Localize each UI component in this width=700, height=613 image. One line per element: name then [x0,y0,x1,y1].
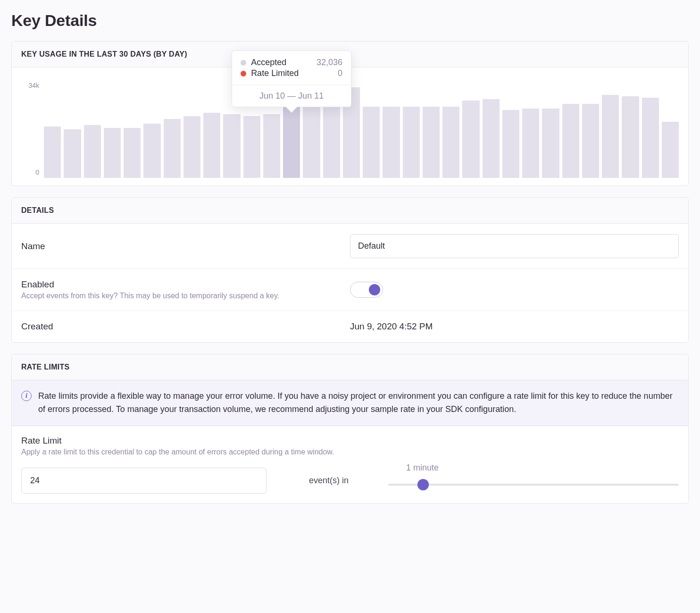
chart-tooltip: Accepted 32,036 Rate Limited 0 Jun 10 — … [232,50,351,107]
rate-limits-info-text: Rate limits provide a flexible way to ma… [38,390,679,416]
rate-limits-header: RATE LIMITS [12,354,688,380]
enabled-toggle[interactable] [350,282,383,298]
tooltip-ratelimited-label: Rate Limited [251,68,333,78]
bar[interactable] [64,129,81,178]
page-title: Key Details [11,11,689,30]
slider-thumb[interactable] [417,479,429,490]
name-label: Name [21,241,350,252]
bar[interactable] [562,104,579,178]
bar[interactable] [203,113,220,178]
bar[interactable] [383,107,400,178]
bar[interactable] [582,104,599,178]
rate-limit-title: Rate Limit [21,436,679,446]
row-enabled: Enabled Accept events from this key? Thi… [12,269,688,311]
row-created: Created Jun 9, 2020 4:52 PM [12,311,688,342]
bar[interactable] [662,122,679,178]
bar[interactable] [423,107,440,178]
bar[interactable] [183,116,200,178]
details-panel-header: DETAILS [12,198,688,224]
tooltip-date-range: Jun 10 — Jun 11 [232,85,351,107]
bar[interactable] [483,99,500,178]
bar[interactable] [462,101,479,178]
bar[interactable] [442,107,459,178]
bar[interactable] [44,126,61,178]
row-name: Name [12,224,688,269]
usage-panel: KEY USAGE IN THE LAST 30 DAYS (BY DAY) 3… [11,41,689,186]
bar[interactable] [124,128,141,178]
usage-chart: 34k 0 Accepted 32,036 Rate Limited 0 Jun… [12,67,688,185]
rate-limit-window-label: 1 minute [406,463,439,473]
toggle-knob-icon [369,284,380,295]
bar[interactable] [642,98,659,178]
bar[interactable] [602,95,619,178]
rate-limits-info: i Rate limits provide a flexible way to … [12,380,688,426]
created-label: Created [21,321,350,332]
rate-limit-unit-label: event(s) in [309,476,349,486]
bar[interactable] [403,107,420,178]
name-input[interactable] [350,234,679,258]
y-axis-min: 0 [17,168,39,176]
tooltip-dot-accepted-icon [241,60,246,66]
tooltip-accepted-label: Accepted [251,58,312,67]
y-axis-max: 34k [17,82,39,89]
bar[interactable] [164,119,181,178]
enabled-help: Accept events from this key? This may be… [21,292,350,300]
slider-track[interactable] [388,484,679,486]
enabled-label: Enabled [21,279,350,290]
details-panel: DETAILS Name Enabled Accept events from … [11,197,689,343]
bar[interactable] [84,125,101,178]
bar[interactable] [243,116,260,178]
bar[interactable] [522,109,539,178]
bar[interactable] [223,114,240,178]
rate-limits-panel: RATE LIMITS i Rate limits provide a flex… [11,354,689,504]
bar[interactable] [363,107,380,178]
bar[interactable] [502,110,519,178]
tooltip-dot-ratelimited-icon [241,71,246,76]
created-value: Jun 9, 2020 4:52 PM [350,321,679,332]
bar[interactable] [143,124,160,178]
bar[interactable] [104,128,121,178]
bar[interactable] [263,114,280,178]
tooltip-accepted-value: 32,036 [317,58,342,67]
tooltip-ratelimited-value: 0 [338,68,342,78]
rate-limit-help: Apply a rate limit to this credential to… [21,448,679,456]
rate-limit-section: Rate Limit Apply a rate limit to this cr… [12,426,688,503]
bar[interactable] [542,109,559,178]
rate-limit-slider[interactable]: 1 minute [388,475,679,486]
bars-container [44,75,679,178]
rate-limit-count-input[interactable] [21,468,267,494]
bar[interactable] [622,96,639,178]
info-icon: i [21,391,32,401]
